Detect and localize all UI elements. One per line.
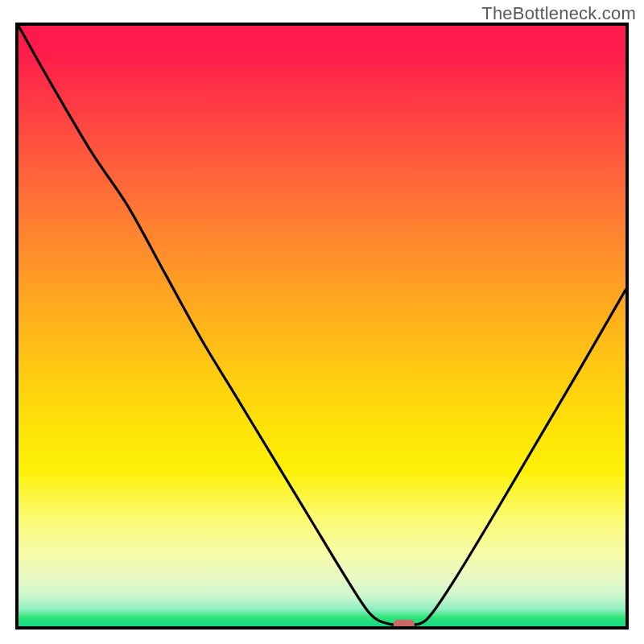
watermark-text: TheBottleneck.com: [481, 3, 636, 24]
optimum-marker: [394, 620, 415, 626]
plot-area: [15, 23, 629, 630]
curve-layer: [19, 26, 625, 626]
bottleneck-curve: [19, 26, 625, 625]
chart-container: TheBottleneck.com: [0, 0, 644, 644]
